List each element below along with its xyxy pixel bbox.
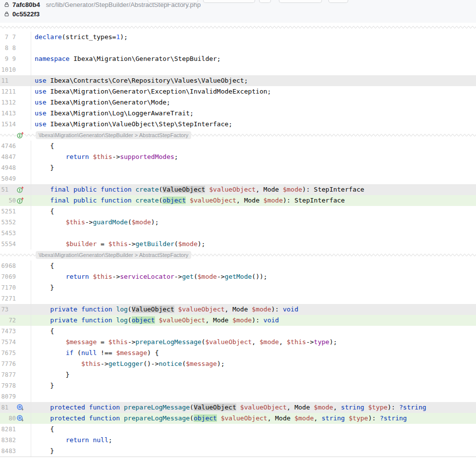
code-line[interactable] (31, 228, 476, 239)
gutter: 50 (0, 195, 31, 206)
code-line[interactable]: final public function create(ValueObject… (31, 184, 476, 195)
line-number-old (0, 195, 8, 206)
lock-icon (4, 2, 10, 7)
diff-row: 81 protected function prepareLogMessage(… (0, 402, 476, 413)
code-line[interactable]: { (31, 424, 476, 435)
line-number-new: 79 (8, 391, 16, 402)
code-line[interactable]: use Ibexa\Migration\Generator\Mode; (31, 97, 476, 108)
breadcrumb[interactable]: \Ibexa\Migration\Generator\StepBuilder >… (36, 131, 191, 139)
diff-row: 8281 { (0, 424, 476, 435)
gutter: 5251 (0, 206, 31, 217)
code-line[interactable]: return null; (31, 435, 476, 446)
code-line[interactable] (31, 173, 476, 184)
line-number-new: 69 (8, 271, 16, 282)
line-number-new: 8 (8, 43, 16, 53)
commit-hash-new: 0c5522f3 (12, 10, 40, 18)
gutter: 73 (0, 304, 31, 315)
code-line[interactable]: return $this->supportedModes; (31, 152, 476, 162)
gutter: 1413 (0, 108, 31, 119)
diff-row: 77declare(strict_types=1); (0, 32, 476, 43)
line-number-old: 7 (0, 32, 8, 43)
line-number-old: 69 (0, 260, 8, 271)
gutter: 5453 (0, 228, 31, 239)
lock-icon (4, 11, 10, 17)
code-line[interactable] (31, 43, 476, 53)
gutter: 72 (0, 315, 31, 326)
diff-row: 7776 $this->getLogger()->notice($message… (0, 358, 476, 369)
gutter: 7776 (0, 358, 31, 369)
code-line[interactable]: private function log(ValueObject $valueO… (31, 304, 476, 315)
collapsed-region-separator: \Ibexa\Migration\Generator\StepBuilder >… (0, 250, 476, 260)
code-line[interactable]: { (31, 260, 476, 271)
gutter: 77 (0, 32, 31, 43)
diff-row: 7473 { (0, 326, 476, 337)
line-number-new: 68 (8, 260, 16, 271)
implements-method-icon[interactable] (16, 186, 24, 194)
line-number-new: 47 (8, 152, 16, 162)
line-number-new: 13 (8, 108, 16, 119)
code-line[interactable]: } (31, 162, 476, 173)
breadcrumb[interactable]: \Ibexa\Migration\Generator\StepBuilder >… (36, 251, 191, 259)
line-number-old: 12 (0, 86, 8, 97)
gutter: 7473 (0, 326, 31, 337)
code-line[interactable]: } (31, 369, 476, 380)
collapsed-region-separator (0, 23, 476, 32)
code-line[interactable]: $builder = $this->getBuilder($mode); (31, 239, 476, 250)
line-number-new: 12 (8, 97, 16, 108)
cutoff-toolbar-button (148, 0, 198, 3)
code-line[interactable]: use Ibexa\Migration\ValueObject\Step\Ste… (31, 119, 476, 130)
line-number-old: 76 (0, 348, 8, 358)
diff-row: 80 protected function prepareLogMessage(… (0, 413, 476, 424)
line-number-new: 72 (8, 315, 16, 326)
implements-method-icon[interactable] (16, 197, 24, 204)
code-line[interactable]: use Ibexa\Migration\Log\LoggerAwareTrait… (31, 108, 476, 119)
overridden-method-icon[interactable] (16, 404, 24, 411)
line-number-new: 80 (8, 413, 16, 424)
code-line[interactable] (31, 64, 476, 75)
code-line[interactable]: return $this->serviceLocator->get($mode-… (31, 271, 476, 282)
code-line[interactable]: { (31, 326, 476, 337)
code-line[interactable]: if (null !== $message) { (31, 348, 476, 358)
code-line[interactable]: $message = $this->prepareLogMessage($val… (31, 337, 476, 348)
line-number-old: 53 (0, 217, 8, 228)
diff-row: 1514use Ibexa\Migration\ValueObject\Step… (0, 119, 476, 130)
line-number-new: 14 (8, 119, 16, 130)
code-line[interactable]: $this->getLogger()->notice($message); (31, 358, 476, 369)
code-line[interactable]: use Ibexa\Contracts\Core\Repository\Valu… (31, 75, 476, 86)
commit-hash-old: 7afc80b4 (12, 1, 40, 8)
gutter: 7877 (0, 369, 31, 380)
code-line[interactable]: } (31, 380, 476, 391)
cutoff-toolbar-button (279, 0, 322, 3)
code-line[interactable]: namespace Ibexa\Migration\Generator\Step… (31, 53, 476, 64)
line-number-old: 49 (0, 162, 8, 173)
gutter: 7574 (0, 337, 31, 348)
diff-row: 7675 if (null !== $message) { (0, 348, 476, 358)
code-line[interactable]: } (31, 446, 476, 457)
code-line[interactable]: declare(strict_types=1); (31, 32, 476, 43)
code-line[interactable]: final public function create(object $val… (31, 195, 476, 206)
implements-method-icon[interactable] (16, 131, 24, 139)
line-number-new: 50 (8, 195, 16, 206)
code-line[interactable] (31, 293, 476, 304)
code-line[interactable]: private function log(object $valueObject… (31, 315, 476, 326)
gutter: 7069 (0, 271, 31, 282)
diff-row: 72 private function log(object $valueObj… (0, 315, 476, 326)
code-line[interactable]: $this->guardMode($mode); (31, 217, 476, 228)
code-line[interactable]: } (31, 282, 476, 293)
code-line[interactable]: { (31, 206, 476, 217)
gutter: 8382 (0, 435, 31, 446)
line-number-new: 81 (8, 424, 16, 435)
code-line[interactable]: { (31, 141, 476, 152)
line-number-old: 48 (0, 152, 8, 162)
code-line[interactable]: protected function prepareLogMessage(Val… (31, 402, 476, 413)
cutoff-toolbar-button (259, 0, 271, 3)
gutter: 7170 (0, 282, 31, 293)
gutter: 8079 (0, 391, 31, 402)
code-line[interactable]: protected function prepareLogMessage(obj… (31, 413, 476, 424)
line-number-old: 51 (0, 184, 8, 195)
line-number-old: 73 (0, 304, 8, 315)
code-line[interactable]: use Ibexa\Migration\Generator\Exception\… (31, 86, 476, 97)
overridden-method-icon[interactable] (16, 414, 24, 422)
code-line[interactable] (31, 391, 476, 402)
diff-row: 5453 (0, 228, 476, 239)
